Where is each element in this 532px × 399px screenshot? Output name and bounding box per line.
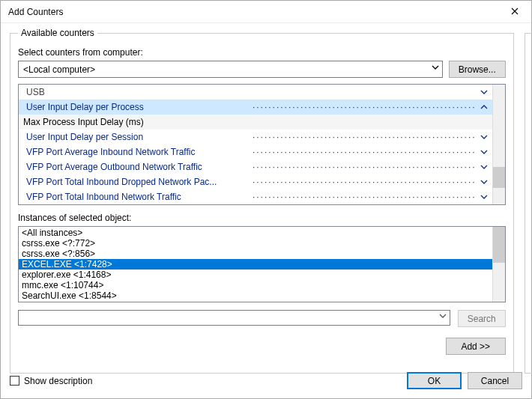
counter-object-list[interactable]: USBUser Input Delay per Process ········…	[18, 84, 506, 205]
chevron-down-icon	[480, 193, 488, 201]
available-counters-legend: Available counters	[18, 28, 97, 38]
counter-scrollbar[interactable]	[492, 85, 505, 204]
close-button[interactable]	[498, 1, 531, 23]
counter-subitem[interactable]: Max Process Input Delay (ms)	[19, 115, 492, 130]
show-description-checkbox[interactable]: Show description	[10, 376, 92, 386]
counter-item-label: VFP Port Average Outbound Network Traffi…	[26, 162, 250, 172]
counter-object-item[interactable]: VFP Port Total Inbound Dropped Network P…	[19, 174, 492, 189]
instances-list[interactable]: <All instances>csrss.exe <?:772>csrss.ex…	[18, 226, 506, 302]
counter-item-label: USB	[26, 87, 476, 97]
instance-item[interactable]: EXCEL.EXE <1:7428>	[19, 259, 492, 269]
counter-object-item[interactable]: USB	[19, 85, 492, 100]
instance-item[interactable]: csrss.exe <?:772>	[19, 238, 492, 249]
chevron-down-icon	[480, 178, 488, 186]
chevron-down-icon	[439, 312, 447, 320]
show-description-label: Show description	[24, 376, 92, 386]
counter-item-label: Max Process Input Delay (ms)	[23, 117, 488, 127]
scrollbar-thumb[interactable]	[493, 227, 505, 263]
counter-object-item[interactable]: VFP Port Total Inbound Network Traffic ·…	[19, 189, 492, 204]
instances-label: Instances of selected object:	[18, 213, 506, 223]
instance-item[interactable]: <All instances>	[19, 228, 492, 238]
add-counters-dialog: Add Counters Available counters Select c…	[0, 0, 532, 399]
add-button[interactable]: Add >>	[446, 338, 506, 355]
browse-button[interactable]: Browse...	[449, 61, 506, 78]
scrollbar-thumb[interactable]	[493, 167, 505, 188]
instance-item[interactable]: ShellExperienceHost.exe <1:8420>	[19, 301, 492, 302]
cancel-button[interactable]: Cancel	[468, 372, 522, 389]
close-icon	[511, 7, 519, 17]
instance-item[interactable]: explorer.exe <1:4168>	[19, 269, 492, 280]
chevron-down-icon	[480, 133, 488, 141]
search-button: Search	[458, 310, 506, 327]
computer-combo[interactable]: <Local computer>	[18, 61, 443, 78]
counter-item-label: VFP Port Total Inbound Network Traffic	[26, 192, 250, 202]
counter-object-item[interactable]: VFP Port Average Inbound Network Traffic…	[19, 144, 492, 159]
instance-item[interactable]: SearchUI.exe <1:8544>	[19, 290, 492, 301]
counter-object-item[interactable]: User Input Delay per Session ···········…	[19, 130, 492, 144]
counter-item-label: User Input Delay per Session	[26, 132, 250, 142]
chevron-down-icon	[480, 148, 488, 156]
instances-scrollbar[interactable]	[492, 227, 505, 302]
counter-object-item[interactable]: VFP Port Average Outbound Network Traffi…	[19, 159, 492, 174]
ok-button[interactable]: OK	[407, 372, 462, 389]
checkbox-box	[10, 376, 19, 386]
instance-search-combo[interactable]	[18, 310, 450, 326]
chevron-down-icon	[480, 163, 488, 171]
counter-item-label: User Input Delay per Process	[26, 102, 250, 112]
chevron-up-icon	[480, 103, 488, 111]
chevron-down-icon	[480, 88, 488, 96]
instance-item[interactable]: csrss.exe <?:856>	[19, 249, 492, 259]
counter-item-label: VFP Port Average Inbound Network Traffic	[26, 147, 250, 157]
select-computer-label: Select counters from computer:	[18, 47, 506, 58]
computer-combo-value: <Local computer>	[23, 64, 95, 75]
counter-object-item[interactable]: User Input Delay per Process ···········…	[19, 100, 492, 115]
window-title: Add Counters	[8, 7, 498, 17]
added-counters-group: Added counters CounterParentInst...Compu…	[525, 28, 532, 374]
instance-item[interactable]: mmc.exe <1:10744>	[19, 280, 492, 290]
counter-item-label: VFP Port Total Inbound Dropped Network P…	[26, 177, 250, 187]
titlebar: Add Counters	[1, 1, 531, 23]
chevron-down-icon	[432, 64, 439, 71]
available-counters-group: Available counters Select counters from …	[10, 28, 514, 374]
